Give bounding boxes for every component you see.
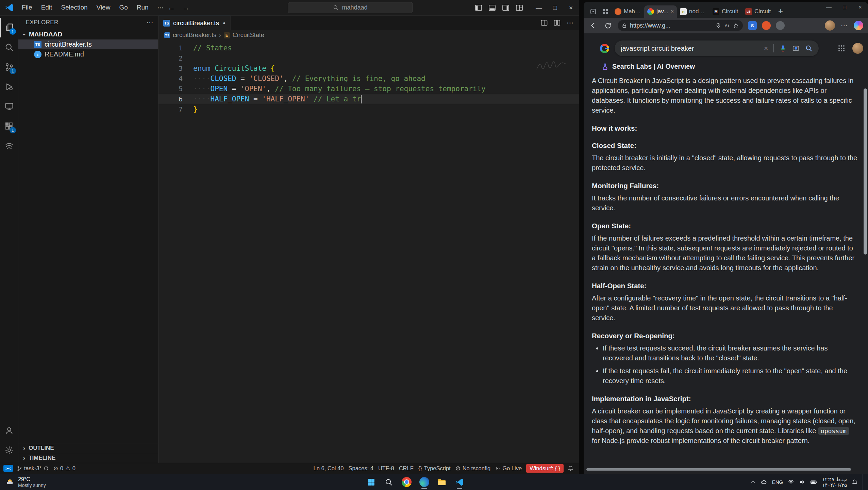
pinned-tab-icon[interactable] bbox=[587, 5, 599, 18]
maximize-icon[interactable]: □ bbox=[837, 2, 852, 13]
activity-extensions[interactable]: 1 bbox=[0, 116, 18, 136]
timeline-section[interactable]: › TIMELINE bbox=[18, 453, 158, 463]
activity-explorer[interactable]: 1 bbox=[0, 18, 18, 37]
menu-selection[interactable]: Selection bbox=[56, 2, 92, 13]
bookmark-star-icon[interactable] bbox=[733, 23, 739, 29]
menu-file[interactable]: File bbox=[17, 2, 37, 13]
menu-run[interactable]: Run bbox=[132, 2, 153, 13]
taskbar-search-button[interactable] bbox=[382, 475, 396, 489]
google-apps-grid-icon[interactable] bbox=[837, 44, 846, 52]
onedrive-cloud-icon[interactable] bbox=[761, 479, 767, 486]
activity-search[interactable] bbox=[0, 37, 18, 57]
modified-dot-icon[interactable]: ● bbox=[223, 20, 226, 26]
menu-edit[interactable]: Edit bbox=[37, 2, 57, 13]
command-center-search[interactable]: mahdaad bbox=[288, 2, 413, 13]
folder-mahdaad[interactable]: › MAHDAAD bbox=[18, 29, 158, 39]
show-desktop-button[interactable] bbox=[863, 474, 864, 490]
language-indicator[interactable]: ENG bbox=[772, 479, 783, 485]
git-branch-item[interactable]: task-3* bbox=[14, 465, 51, 472]
horizontal-scrollbar[interactable] bbox=[586, 468, 851, 471]
file-circuitbreaker-ts[interactable]: TS circuitBreaker.ts bbox=[18, 39, 158, 49]
toggle-secondary-sidebar-icon[interactable] bbox=[502, 4, 509, 11]
address-bar[interactable]: https://www.g... A bbox=[618, 20, 743, 31]
google-profile-avatar[interactable] bbox=[852, 43, 863, 54]
tsconfig-warning[interactable]: No tsconfig bbox=[453, 465, 493, 472]
customize-layout-icon[interactable] bbox=[516, 4, 523, 11]
language-mode[interactable]: {}TypeScript bbox=[416, 465, 453, 472]
indentation[interactable]: Spaces: 4 bbox=[346, 465, 375, 472]
google-logo-icon[interactable] bbox=[600, 44, 609, 53]
browser-tab-circuit-article-1[interactable]: M Circuit bbox=[710, 5, 742, 18]
toggle-panel-icon[interactable] bbox=[489, 4, 496, 11]
accounts-icon[interactable] bbox=[0, 421, 18, 440]
vertical-scrollbar[interactable] bbox=[864, 88, 867, 255]
editor-more-actions-icon[interactable]: ⋯ bbox=[567, 19, 573, 27]
notifications-bell-icon[interactable] bbox=[568, 466, 573, 471]
location-pin-icon[interactable] bbox=[716, 23, 721, 28]
code-editor[interactable]: 1 // States 2 3 enum CircuitState { 4 ··… bbox=[158, 40, 579, 463]
copilot-icon[interactable] bbox=[854, 21, 863, 30]
menu-view[interactable]: View bbox=[92, 2, 115, 13]
browser-menu-icon[interactable]: ⋯ bbox=[841, 21, 848, 30]
minimize-icon[interactable]: — bbox=[531, 0, 547, 16]
minimize-icon[interactable]: — bbox=[821, 2, 837, 13]
editor-layout-icon[interactable] bbox=[554, 19, 561, 26]
browser-profile-avatar[interactable] bbox=[825, 20, 835, 31]
wifi-icon[interactable] bbox=[788, 479, 794, 485]
taskbar-edge-icon[interactable] bbox=[417, 475, 431, 489]
tab-close-icon[interactable]: × bbox=[671, 9, 674, 15]
problems-item[interactable]: ⊘0 ⚠0 bbox=[51, 465, 78, 472]
back-icon[interactable]: ← bbox=[167, 3, 175, 12]
battery-icon[interactable] bbox=[810, 478, 817, 486]
taskbar-vscode-icon[interactable] bbox=[452, 475, 467, 489]
clear-search-icon[interactable]: × bbox=[764, 45, 768, 52]
taskbar-chrome-icon[interactable] bbox=[399, 475, 414, 489]
google-lens-icon[interactable] bbox=[792, 45, 800, 52]
forward-icon[interactable]: → bbox=[182, 3, 190, 12]
taskbar-file-explorer-icon[interactable] bbox=[435, 475, 449, 489]
tab-circuitbreaker-ts[interactable]: TS circuitBreaker.ts ● bbox=[158, 16, 231, 30]
close-icon[interactable]: × bbox=[852, 2, 868, 13]
pinned-grid-tab-icon[interactable] bbox=[599, 5, 612, 18]
breadcrumb-file[interactable]: circuitBreaker.ts bbox=[173, 32, 216, 39]
windsurf-status-badge[interactable]: Windsurf: { } bbox=[526, 464, 564, 473]
encoding[interactable]: UTF-8 bbox=[376, 465, 397, 472]
notification-bell-icon[interactable] bbox=[852, 479, 858, 485]
extension-orange-icon[interactable] bbox=[762, 21, 771, 30]
cursor-position[interactable]: Ln 6, Col 40 bbox=[311, 465, 346, 472]
clock-widget[interactable]: ب.ظ ۱۲:۴۷ ۱۴۰۴/۰۶/۲۵ bbox=[822, 476, 847, 488]
start-button[interactable] bbox=[364, 475, 378, 489]
volume-icon[interactable] bbox=[799, 479, 805, 485]
voice-search-mic-icon[interactable] bbox=[779, 45, 787, 52]
activity-run-debug[interactable] bbox=[0, 77, 18, 97]
browser-tab-circuit-article-2[interactable]: LB Circuit bbox=[742, 5, 775, 18]
activity-windsurf[interactable] bbox=[0, 136, 18, 156]
file-readme-md[interactable]: i README.md bbox=[18, 49, 158, 59]
outline-section[interactable]: › OUTLINE bbox=[18, 443, 158, 453]
new-tab-button[interactable]: + bbox=[775, 5, 786, 17]
browser-tab-google-search[interactable]: jav... × bbox=[644, 5, 677, 18]
breadcrumb-symbol[interactable]: CircuitState bbox=[233, 32, 264, 39]
menu-overflow[interactable]: ⋯ bbox=[153, 2, 168, 13]
remote-indicator-icon[interactable]: >< bbox=[3, 465, 13, 472]
read-aloud-icon[interactable]: A bbox=[724, 23, 730, 29]
activity-remote-explorer[interactable] bbox=[0, 97, 18, 116]
go-live-button[interactable]: Go Live bbox=[493, 465, 524, 472]
search-input[interactable]: javascript circuit breaker × bbox=[615, 40, 819, 56]
tray-chevron-up-icon[interactable] bbox=[750, 479, 756, 485]
extension-s-icon[interactable]: S bbox=[748, 21, 757, 30]
extension-grey-icon[interactable] bbox=[776, 21, 785, 30]
eol-sequence[interactable]: CRLF bbox=[397, 465, 416, 472]
menu-go[interactable]: Go bbox=[115, 2, 132, 13]
explorer-more-actions-icon[interactable]: ⋯ bbox=[147, 18, 153, 27]
browser-tab-nodejs[interactable]: n nodes... bbox=[677, 5, 710, 18]
toggle-sidebar-icon[interactable] bbox=[475, 4, 482, 11]
browser-tab-mahdaad[interactable]: Mahda... bbox=[612, 5, 644, 18]
maximize-icon[interactable]: □ bbox=[547, 0, 563, 16]
activity-source-control[interactable]: 1 bbox=[0, 57, 18, 77]
split-editor-icon[interactable] bbox=[541, 19, 548, 26]
search-icon[interactable] bbox=[805, 45, 813, 52]
close-icon[interactable]: × bbox=[563, 0, 579, 16]
weather-widget[interactable]: 29°C Mostly sunny bbox=[0, 474, 51, 490]
refresh-icon[interactable] bbox=[603, 21, 613, 30]
